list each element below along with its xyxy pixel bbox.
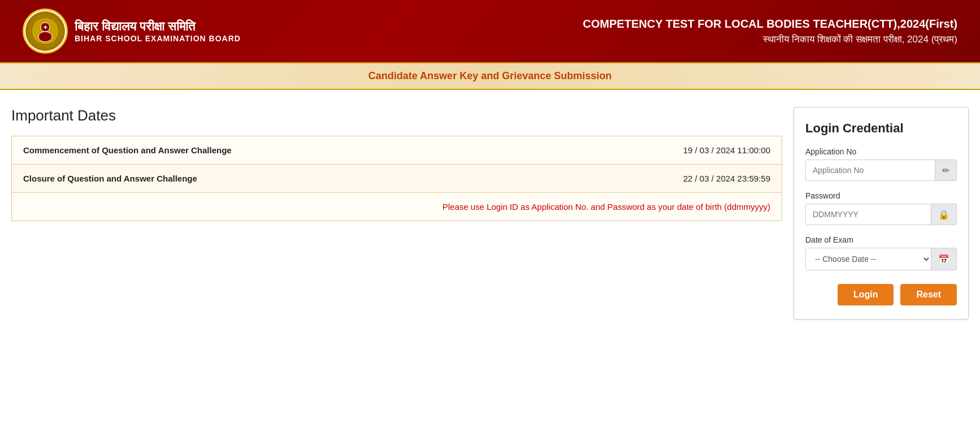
exam-date-select[interactable]: -- Choose Date -- [806, 248, 931, 270]
password-input-wrapper: 🔒 [805, 204, 957, 225]
exam-date-group: Date of Exam -- Choose Date -- 📅 [805, 235, 957, 270]
edit-icon-button[interactable]: ✏ [935, 160, 956, 180]
password-input[interactable] [806, 204, 931, 225]
svg-text:✦: ✦ [43, 24, 48, 31]
logo-area: ✦ बिहार विद्यालय परीक्षा समिति BIHAR SCH… [23, 8, 241, 54]
app-no-input[interactable] [806, 160, 935, 180]
sub-header-text: Candidate Answer Key and Grievance Submi… [368, 70, 612, 81]
password-group: Password 🔒 [805, 191, 957, 225]
password-label: Password [805, 191, 957, 200]
header: ✦ बिहार विद्यालय परीक्षा समिति BIHAR SCH… [0, 0, 980, 62]
title-english: COMPETENCY TEST FOR LOCAL BODIES TEACHER… [583, 18, 957, 31]
app-no-label: Application No [805, 147, 957, 156]
dates-table: Commencement of Question and Answer Chal… [11, 136, 782, 221]
left-panel: Important Dates Commencement of Question… [11, 107, 782, 221]
table-row: Closure of Question and Answer Challenge… [12, 165, 782, 193]
header-title: COMPETENCY TEST FOR LOCAL BODIES TEACHER… [583, 18, 957, 45]
login-button[interactable]: Login [838, 284, 894, 305]
button-row: Login Reset [805, 284, 957, 305]
date-value-1: 19 / 03 / 2024 11:00:00 [474, 136, 782, 165]
main-content: Important Dates Commencement of Question… [0, 90, 980, 337]
reset-button[interactable]: Reset [900, 284, 957, 305]
exam-date-label: Date of Exam [805, 235, 957, 244]
logo-text: बिहार विद्यालय परीक्षा समिति BIHAR SCHOO… [75, 19, 241, 43]
notice-row: Please use Login ID as Application No. a… [12, 193, 782, 221]
login-panel: Login Credential Application No ✏ Passwo… [793, 107, 969, 320]
table-row: Commencement of Question and Answer Chal… [12, 136, 782, 165]
svg-point-2 [38, 32, 52, 42]
app-no-group: Application No ✏ [805, 147, 957, 181]
login-title: Login Credential [805, 121, 957, 136]
org-hindi: बिहार विद्यालय परीक्षा समिति [75, 19, 241, 34]
org-english: BIHAR SCHOOL EXAMINATION BOARD [75, 34, 241, 43]
exam-date-input-wrapper: -- Choose Date -- 📅 [805, 248, 957, 270]
title-hindi: स्थानीय निकाय शिक्षकों की सक्षमता परीक्ष… [583, 34, 957, 45]
sub-header-banner: Candidate Answer Key and Grievance Submi… [0, 62, 980, 90]
app-no-input-wrapper: ✏ [805, 160, 957, 181]
date-label-1: Commencement of Question and Answer Chal… [12, 136, 474, 165]
lock-icon-button[interactable]: 🔒 [931, 204, 956, 225]
logo-inner: ✦ [25, 11, 65, 51]
calendar-icon-button[interactable]: 📅 [931, 248, 956, 270]
logo-circle: ✦ [23, 8, 68, 54]
notice-text: Please use Login ID as Application No. a… [12, 193, 782, 221]
date-value-2: 22 / 03 / 2024 23:59:59 [474, 165, 782, 193]
important-dates-title: Important Dates [11, 107, 782, 124]
date-label-2: Closure of Question and Answer Challenge [12, 165, 474, 193]
